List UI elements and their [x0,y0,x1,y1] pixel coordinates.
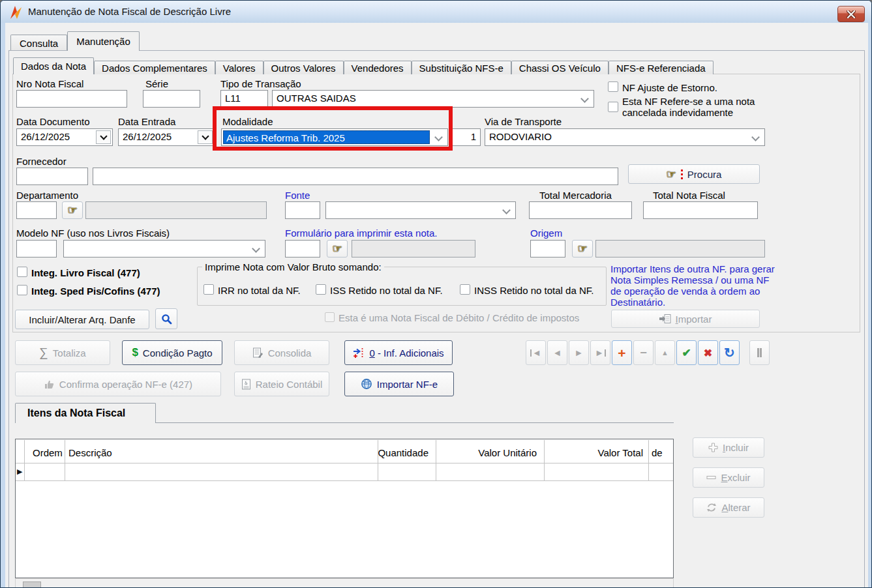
sub-tab-bar: Dados da Nota Dados Complementares Valor… [13,57,714,74]
departamento-name-field [85,201,267,219]
serie-label: Série [145,78,168,89]
via-transporte-code-field[interactable]: 1 [452,128,481,146]
nota-debito-checkbox[interactable] [325,312,335,322]
nav-edit-button[interactable]: ▲ [655,340,675,365]
nav-prior-button[interactable]: ◄ [547,340,567,365]
prior-record-icon: ◄ [553,347,562,358]
grid-empty-row[interactable] [25,463,674,480]
origem-lookup-button[interactable]: ☞ [572,240,593,257]
nf-ajuste-estorno-checkbox[interactable] [608,81,618,92]
data-entrada-label: Data Entrada [118,116,175,127]
tab-dados-da-nota[interactable]: Dados da Nota [13,57,94,74]
close-button[interactable] [837,6,865,22]
inf-adicionais-button[interactable]: 0 - Inf. Adicionais [344,340,453,365]
tab-substituicao-nfse[interactable]: Substituição NFS-e [412,61,511,74]
fornecedor-code-field[interactable] [16,168,88,185]
nav-post-button[interactable]: ✔ [676,340,697,365]
irr-checkbox[interactable] [203,284,214,295]
hand-pointer-icon: ☞ [67,205,77,216]
inss-retido-checkbox[interactable] [460,284,470,295]
thumbs-up-icon [44,379,55,389]
nav-first-button[interactable]: ◄ [526,340,546,365]
nro-nota-fiscal-field[interactable] [16,90,127,108]
delete-record-icon: − [640,346,647,360]
integ-livro-fiscal-checkbox[interactable] [17,267,27,277]
danfe-search-button[interactable] [155,308,177,329]
nav-next-button[interactable]: ► [569,340,589,365]
tab-nfse-referenciada[interactable]: NFS-e Referenciada [609,61,714,74]
tab-dados-complementares[interactable]: Dados Complementares [94,61,215,74]
date-dropdown-button[interactable] [96,130,111,144]
column-header-valor-unitario: Valor Unitário [478,447,537,458]
nf-cancelada-checkbox[interactable] [608,102,618,112]
departamento-code-field[interactable] [16,201,57,219]
modelo-nf-label: Modelo NF (uso nos Livros Fiscais) [16,228,170,239]
formulario-lookup-button[interactable]: ☞ [327,240,348,257]
modalidade-selected-value: Ajustes Reforma Trib. 2025 [223,130,430,144]
itens-tab-baseline [156,422,674,423]
incluir-item-button[interactable]: Incluir [693,437,764,458]
total-nota-fiscal-field[interactable] [643,201,758,219]
fornecedor-label: Fornecedor [16,156,67,167]
tab-consulta[interactable]: Consulta [10,35,67,51]
data-entrada-field[interactable]: 26/12/2025 [118,128,215,146]
iss-retido-checkbox[interactable] [316,284,326,295]
importar-nfe-button[interactable]: Importar NF-e [344,372,454,396]
totaliza-button[interactable]: ∑ Totaliza [15,340,110,365]
confirma-nfe-button[interactable]: Confirma operação NF-e (427) [15,372,221,396]
tab-vendedores[interactable]: Vendedores [344,61,412,74]
fonte-combo[interactable] [325,201,516,219]
tipo-transacao-combo[interactable]: OUTRAS SAIDAS [272,90,594,108]
excluir-item-button[interactable]: Excluir [693,467,764,488]
modelo-nf-code-field[interactable] [16,240,57,257]
bookmark-button[interactable] [749,340,770,365]
origem-label: Origem [530,228,562,239]
bar-icon [605,349,606,357]
refresh-record-icon: ↻ [724,346,735,359]
consolidate-document-icon [252,347,263,359]
nav-insert-button[interactable]: + [612,340,632,365]
serie-field[interactable] [143,90,200,108]
chevron-down-icon [202,132,209,140]
tipo-transacao-code-field[interactable]: L11 [220,90,268,108]
tab-outros-valores[interactable]: Outros Valores [263,61,344,74]
rateio-contabil-button[interactable]: Rateio Contábil [234,372,329,396]
formulario-code-field[interactable] [285,240,320,257]
nav-cancel-button[interactable]: ✖ [698,340,718,365]
items-grid[interactable]: Ordem Descrição Quantidade Valor Unitári… [15,439,674,578]
scrollbar-thumb[interactable] [23,581,41,588]
procura-button[interactable]: ☞ Procura [628,164,760,184]
consolida-button[interactable]: Consolida [234,340,329,365]
via-transporte-combo[interactable]: RODOVIARIO [485,128,765,146]
sigma-icon: ∑ [39,345,48,360]
column-header-descricao: Descrição [68,447,112,458]
tab-itens-da-nota-fiscal[interactable]: Itens da Nota Fiscal [15,403,156,423]
importar-info-line4: Destinatário. [610,297,665,308]
departamento-lookup-button[interactable]: ☞ [62,201,83,219]
total-mercadoria-field[interactable] [529,201,632,219]
modalidade-combo[interactable]: Ajustes Reforma Trib. 2025 [221,128,448,146]
red-dots-icon [681,173,683,175]
nav-refresh-button[interactable]: ↻ [719,340,740,365]
ledger-document-icon [241,379,251,390]
nav-last-button[interactable]: ► [590,340,610,365]
tab-chassi-os-veiculo[interactable]: Chassi OS Veículo [511,61,609,74]
horizontal-scrollbar[interactable] [15,578,674,588]
fornecedor-name-field[interactable] [93,168,618,185]
db-navigator: ◄ ◄ ► ► + − ▲ ✔ ✖ ↻ [526,340,740,365]
condicao-pagto-button[interactable]: $ Condição Pagto [122,340,222,365]
data-documento-field[interactable]: 26/12/2025 [16,128,113,146]
nf-ajuste-estorno-label: NF Ajuste de Estorno. [622,82,717,93]
nav-delete-button[interactable]: − [633,340,654,365]
fonte-code-field[interactable] [285,201,320,219]
incluir-alterar-danfe-button[interactable]: Incluir/Alterar Arq. Danfe [15,310,149,329]
date-dropdown-button[interactable] [198,130,213,144]
integ-sped-checkbox[interactable] [17,285,27,295]
alterar-item-button[interactable]: Alterar [693,497,764,518]
modelo-nf-combo[interactable] [63,240,265,257]
importar-button[interactable]: Importar [611,310,760,328]
tab-manutencao[interactable]: Manutenção [67,31,140,51]
column-header-quantidade: Quantidade [378,447,428,458]
origem-code-field[interactable] [530,240,565,257]
tab-valores[interactable]: Valores [215,61,263,74]
